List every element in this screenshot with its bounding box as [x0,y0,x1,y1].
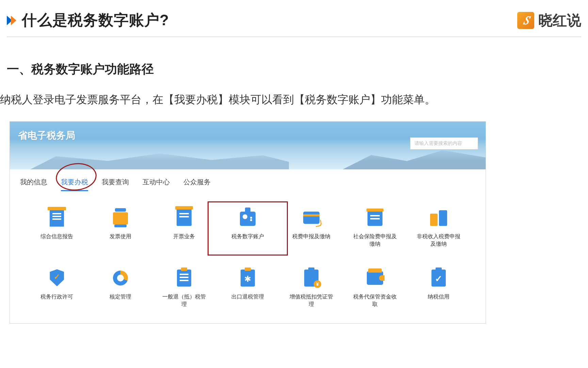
slide-title: 什么是税务数字账户? [22,10,169,30]
tile-label: 税费申报及缴纳 [292,233,330,240]
portal-tabs: 我的信息我要办税我要查询互动中心公众服务 [10,169,486,196]
tile-shield[interactable]: 税务行政许可 [27,266,87,310]
tile-doc[interactable]: 综合信息报告 [27,206,87,249]
tile-id[interactable]: 税务数字账户 [218,206,278,249]
wallet-icon [365,269,385,288]
tab-0[interactable]: 我的信息 [20,178,47,191]
tile-label: 开票业务 [173,233,195,240]
tile-label: 核定管理 [110,293,131,301]
tile-label: 增值税抵扣凭证管理 [289,293,333,308]
tab-3[interactable]: 互动中心 [143,178,170,191]
portal-title: 省电子税务局 [18,129,75,142]
section-body: 纳税人登录电子发票服务平台，在【我要办税】模块可以看到【税务数字账户】功能菜单。 [0,78,588,108]
receipt-icon [174,208,194,228]
tile-label: 税务数字账户 [231,233,264,240]
section-heading: 一、税务数字账户功能路径 [0,37,588,78]
card-icon [301,208,321,228]
tile-check[interactable]: 纳税信用 [408,266,469,310]
stack-icon [111,208,130,228]
pie-icon [111,269,130,288]
id-icon [238,208,258,228]
tile-label: 税务代保管资金收取 [353,293,397,308]
tile-card[interactable]: 税费申报及缴纳 [281,206,341,249]
tab-4[interactable]: 公众服务 [183,178,211,191]
split-icon [429,208,448,228]
tile-cal[interactable]: 社会保险费申报及缴纳 [345,206,405,249]
shield-icon [47,269,67,288]
tile-wallet[interactable]: 税务代保管资金收取 [345,266,405,310]
coin-icon [301,269,321,288]
tile-label: 纳税信用 [428,293,450,301]
gear-icon [238,269,258,288]
brand-text: 晓红说 [538,11,581,30]
search-input[interactable]: 请输入需要搜索的内容 [410,137,478,150]
list-icon [174,269,194,288]
slide-header: 什么是税务数字账户? 𝑆 晓红说 [7,0,581,37]
tab-2[interactable]: 我要查询 [102,178,129,191]
tile-pie[interactable]: 核定管理 [91,266,151,310]
doc-icon [47,208,67,228]
cal-icon [365,208,385,228]
tile-gear[interactable]: 出口退税管理 [218,266,278,310]
chevron-icon [7,16,15,25]
flame-icon: 𝑆 [517,12,534,29]
tile-label: 非税收入税费申报及缴纳 [416,233,461,247]
tile-label: 出口退税管理 [231,293,264,301]
tile-label: 发票使用 [110,233,131,240]
search-placeholder: 请输入需要搜索的内容 [414,140,462,147]
tab-1[interactable]: 我要办税 [61,178,88,191]
tile-label: 税务行政许可 [40,293,73,301]
brand-label: 𝑆 晓红说 [517,11,581,30]
tile-grid: 综合信息报告发票使用开票业务税务数字账户税费申报及缴纳社会保险费申报及缴纳非税收… [10,196,486,323]
tile-label: 社会保险费申报及缴纳 [353,233,397,247]
tile-coin[interactable]: 增值税抵扣凭证管理 [281,266,341,310]
tile-split[interactable]: 非税收入税费申报及缴纳 [408,206,469,249]
portal-banner: 省电子税务局 请输入需要搜索的内容 [10,122,486,169]
tile-label: 一般退（抵）税管理 [162,293,206,308]
tile-label: 综合信息报告 [40,233,73,240]
tile-receipt[interactable]: 开票业务 [154,206,214,249]
tile-list[interactable]: 一般退（抵）税管理 [154,266,214,310]
check-icon [429,269,448,288]
tax-portal-screenshot: 省电子税务局 请输入需要搜索的内容 我的信息我要办税我要查询互动中心公众服务 综… [10,121,486,324]
tile-stack[interactable]: 发票使用 [91,206,151,249]
